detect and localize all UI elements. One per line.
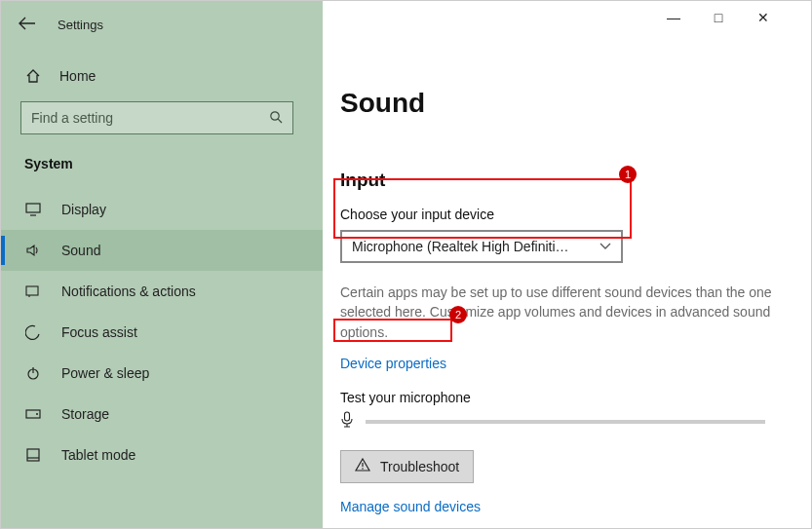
- maximize-button[interactable]: □: [696, 2, 741, 33]
- search-input-wrap[interactable]: [20, 101, 293, 134]
- sidebar: Settings Home System Display Sound Notif…: [1, 1, 323, 528]
- troubleshoot-button[interactable]: Troubleshoot: [340, 450, 474, 483]
- svg-rect-4: [26, 286, 38, 295]
- sidebar-item-notifications[interactable]: Notifications & actions: [1, 271, 323, 312]
- svg-rect-9: [27, 449, 39, 461]
- page-title: Sound: [340, 88, 786, 119]
- svg-point-0: [271, 111, 279, 119]
- svg-rect-2: [26, 204, 40, 212]
- main-content: — □ ✕ Sound Input Choose your input devi…: [323, 1, 811, 528]
- display-icon: [24, 203, 42, 216]
- sidebar-item-label: Focus assist: [61, 324, 137, 340]
- sidebar-item-label: Storage: [61, 406, 109, 422]
- chevron-down-icon: [599, 240, 611, 253]
- dropdown-value: Microphone (Realtek High Definiti…: [352, 239, 569, 254]
- sidebar-item-focus-assist[interactable]: Focus assist: [1, 312, 323, 353]
- home-icon: [24, 68, 42, 84]
- input-device-dropdown[interactable]: Microphone (Realtek High Definiti…: [340, 230, 623, 263]
- minimize-button[interactable]: —: [651, 2, 696, 33]
- search-input[interactable]: [31, 110, 255, 126]
- sidebar-item-label: Power & sleep: [61, 365, 149, 381]
- warning-icon: [355, 458, 370, 474]
- close-button[interactable]: ✕: [741, 2, 786, 33]
- svg-point-8: [36, 413, 38, 415]
- svg-point-13: [362, 469, 364, 471]
- sidebar-home-label: Home: [59, 68, 96, 84]
- microphone-icon: [340, 411, 354, 433]
- sidebar-home[interactable]: Home: [1, 35, 323, 88]
- power-icon: [24, 365, 42, 381]
- help-text: Certain apps may be set up to use differ…: [340, 283, 779, 342]
- sidebar-item-label: Tablet mode: [61, 447, 135, 463]
- device-properties-link[interactable]: Device properties: [340, 356, 446, 371]
- test-mic-label: Test your microphone: [340, 390, 786, 405]
- sidebar-category: System: [1, 134, 323, 179]
- app-label: Settings: [58, 18, 103, 32]
- tablet-icon: [24, 448, 42, 462]
- troubleshoot-label: Troubleshoot: [380, 459, 459, 474]
- sidebar-item-label: Notifications & actions: [61, 283, 196, 299]
- sidebar-item-label: Display: [61, 202, 106, 217]
- svg-line-1: [278, 119, 282, 123]
- notifications-icon: [24, 284, 42, 298]
- sidebar-item-storage[interactable]: Storage: [1, 394, 323, 435]
- section-title-input: Input: [340, 170, 786, 191]
- sound-icon: [24, 244, 42, 257]
- manage-sound-devices-link[interactable]: Manage sound devices: [340, 499, 481, 514]
- focus-icon: [24, 324, 42, 340]
- storage-icon: [24, 407, 42, 421]
- sidebar-item-label: Sound: [61, 243, 100, 258]
- sidebar-item-display[interactable]: Display: [1, 189, 323, 230]
- sidebar-item-power[interactable]: Power & sleep: [1, 353, 323, 394]
- choose-input-label: Choose your input device: [340, 207, 786, 222]
- sidebar-item-tablet[interactable]: Tablet mode: [1, 435, 323, 475]
- mic-level-bar: [366, 420, 765, 424]
- svg-rect-11: [345, 412, 350, 421]
- sidebar-item-sound[interactable]: Sound: [1, 230, 323, 271]
- search-icon: [269, 110, 283, 127]
- back-button[interactable]: [19, 15, 36, 35]
